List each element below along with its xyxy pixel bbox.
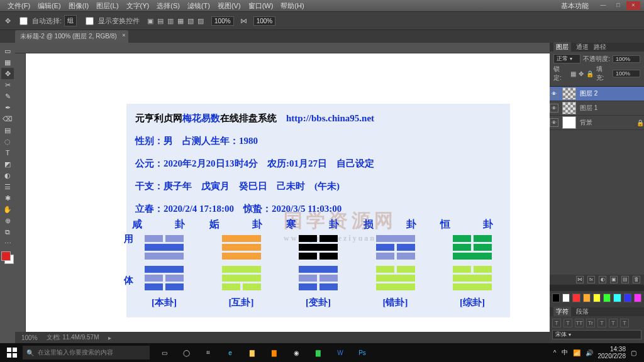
blend-mode-select[interactable]: 正常 ▾ (553, 54, 580, 63)
start-button[interactable] (3, 344, 21, 361)
toolbox-tool[interactable]: ▦ (1, 57, 14, 68)
maximize-button[interactable]: □ (611, 1, 625, 10)
char-style-button[interactable]: Tr (586, 319, 595, 327)
close-tab-icon[interactable]: × (122, 32, 125, 38)
layer-row[interactable]: 👁背景🔒 (550, 116, 644, 130)
new-layer-icon[interactable]: ▤ (621, 276, 629, 283)
canvas[interactable]: 元亨利贞网梅花易数在线排盘系统 http://bbs.china95.net 性… (26, 53, 550, 332)
lock-all-icon[interactable]: 🔒 (586, 70, 594, 77)
color-swatch-small[interactable] (624, 293, 631, 302)
layer-mask-icon[interactable]: ◐ (599, 276, 606, 283)
tab-character[interactable]: 字符 (553, 307, 571, 317)
toolbox-tool[interactable]: ▭ (1, 45, 14, 57)
color-swatch-small[interactable] (603, 293, 611, 302)
align-icon[interactable]: ▧ (186, 17, 195, 25)
font-select[interactable]: 宋体 ▾ (552, 330, 641, 339)
menu-item[interactable]: 窗口(W) (245, 0, 277, 12)
toolbox-tool[interactable]: ✋ (1, 204, 14, 215)
app-icon-1[interactable]: ⌗ (197, 344, 219, 361)
taskbar-search[interactable]: 🔍 在这里输入你要搜索的内容 (23, 346, 150, 359)
menu-item[interactable]: 滤镜(T) (184, 0, 214, 12)
align-icon[interactable]: ▦ (176, 17, 185, 25)
toolbox-tool[interactable]: ⋯ (1, 238, 14, 249)
align-icon[interactable]: ▥ (166, 17, 175, 25)
menu-item[interactable]: 图层(L) (92, 0, 122, 12)
app-icon-edge[interactable]: e (219, 344, 241, 361)
tray-volume-icon[interactable]: 🔊 (586, 349, 593, 356)
char-style-button[interactable]: T (564, 319, 572, 327)
color-swatch[interactable] (1, 251, 14, 264)
toolbox-tool[interactable]: ⧉ (1, 226, 14, 238)
delete-layer-icon[interactable]: 🗑 (633, 276, 640, 283)
menu-item[interactable]: 文件(F) (4, 0, 34, 12)
tab-layers[interactable]: 图层 (553, 42, 571, 52)
toolbox-tool[interactable]: ✎ (1, 90, 14, 102)
align-icon[interactable]: ▣ (146, 17, 155, 25)
workspace-label[interactable]: 基本功能 (561, 1, 589, 11)
align-icon[interactable]: ▤ (156, 17, 165, 25)
menu-item[interactable]: 帮助(H) (277, 0, 308, 12)
menu-item[interactable]: 文字(Y) (123, 0, 153, 12)
color-swatch-small[interactable] (583, 293, 591, 302)
status-caret-icon[interactable]: ▸ (108, 334, 111, 341)
link-layers-icon[interactable]: ⋈ (576, 276, 584, 283)
tray-up-icon[interactable]: ^ (553, 349, 557, 356)
task-view-icon[interactable]: ▭ (153, 344, 175, 361)
toolbox-tool[interactable]: ◐ (1, 170, 14, 181)
toolbox-tool[interactable]: ✂ (1, 79, 14, 90)
fill-value[interactable]: 100% (613, 70, 640, 77)
char-style-button[interactable]: T (552, 319, 561, 327)
tab-paths[interactable]: 路径 (594, 43, 606, 52)
lock-position-icon[interactable]: ✥ (579, 70, 584, 77)
minimize-button[interactable]: — (596, 1, 610, 10)
layer-fx-icon[interactable]: fx (587, 276, 595, 283)
toolbox-tool[interactable]: ◩ (1, 158, 14, 170)
show-transform[interactable]: 显示变换控件 (83, 15, 140, 27)
menu-item[interactable]: 视图(V) (214, 0, 245, 12)
toolbox-tool[interactable]: ⊕ (1, 215, 14, 226)
layer-row[interactable]: 👁图层 2 (550, 87, 644, 101)
color-swatch-small[interactable] (634, 293, 641, 302)
app-icon-photoshop[interactable]: Ps (352, 344, 373, 361)
layer-visibility-icon[interactable]: 👁 (550, 104, 558, 112)
opacity-value[interactable]: 100% (613, 55, 640, 63)
app-icon-word[interactable]: W (330, 344, 351, 361)
tab-channels[interactable]: 通道 (576, 43, 589, 52)
align-icon[interactable]: ▨ (196, 17, 205, 25)
color-swatch-small[interactable] (613, 293, 621, 302)
char-style-button[interactable]: T (620, 319, 629, 327)
zoom-field-2[interactable]: 100% (253, 16, 276, 26)
char-style-button[interactable]: T (597, 319, 606, 327)
toolbox-tool[interactable]: ▤ (1, 124, 14, 136)
app-icon-obs[interactable]: ◉ (286, 344, 307, 361)
toolbox-tool[interactable]: ✱ (1, 192, 14, 204)
lock-pixels-icon[interactable]: ▦ (570, 70, 576, 77)
layer-visibility-icon[interactable]: 👁 (550, 118, 558, 127)
toolbox-tool[interactable]: T (1, 147, 14, 158)
color-swatch-small[interactable] (572, 293, 580, 302)
cortana-icon[interactable]: ◯ (175, 344, 197, 361)
menu-item[interactable]: 选择(S) (153, 0, 184, 12)
tray-ime-icon[interactable]: 中 (562, 348, 568, 357)
tab-paragraph[interactable]: 段落 (576, 307, 589, 316)
new-group-icon[interactable]: ▣ (610, 276, 618, 283)
tray-network-icon[interactable]: 📶 (573, 349, 580, 356)
auto-select[interactable]: 自动选择: 组 (17, 15, 77, 27)
auto-select-checkbox[interactable] (19, 17, 28, 25)
notifications-icon[interactable]: ▢ (631, 349, 636, 356)
status-zoom[interactable]: 100% (21, 334, 38, 341)
toolbox-tool[interactable]: ✒ (1, 102, 14, 113)
toolbox-tool[interactable]: ◌ (1, 136, 14, 147)
color-swatch-small[interactable] (593, 293, 601, 302)
zoom-field-1[interactable]: 100% (211, 16, 234, 26)
chain-icon[interactable]: ⋈ (240, 17, 247, 25)
taskbar-clock[interactable]: 14:382020/2/28 (598, 346, 626, 359)
menu-item[interactable]: 编辑(E) (34, 0, 65, 12)
toolbox-tool[interactable]: ⌫ (1, 113, 14, 124)
toolbox-tool[interactable]: ☰ (1, 181, 14, 192)
color-swatch-small[interactable] (552, 293, 560, 302)
app-icon-2[interactable]: ▇ (264, 344, 285, 361)
show-transform-checkbox[interactable] (86, 17, 94, 25)
app-icon-wechat[interactable]: ▇ (308, 344, 329, 361)
close-button[interactable]: × (626, 1, 640, 10)
